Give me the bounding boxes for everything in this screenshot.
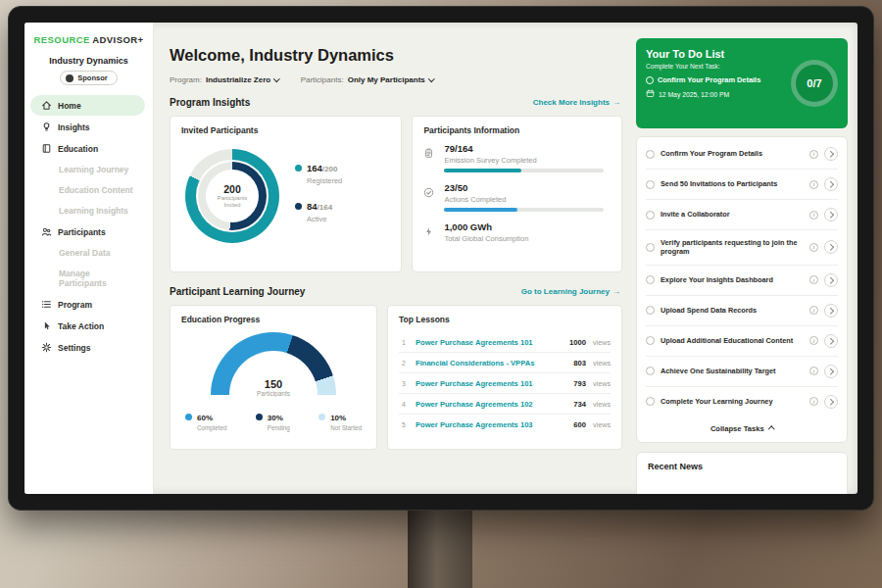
info-icon[interactable] — [809, 211, 818, 220]
app-logo: RESOURCE ADVISOR+ — [24, 34, 153, 45]
stat-actions-completed: 23/50 Actions Completed — [423, 182, 611, 212]
info-icon[interactable] — [809, 243, 818, 252]
task-checkbox[interactable] — [646, 306, 655, 315]
donut-center: 200 Participants Invited — [206, 170, 259, 222]
legend-item-registered: 164/200 Registered — [295, 158, 342, 185]
task-checkbox[interactable] — [646, 211, 655, 220]
task-go-button[interactable] — [824, 334, 838, 348]
lesson-link[interactable]: Power Purchase Agreements 101 — [416, 379, 566, 388]
lesson-row: 1 Power Purchase Agreements 101 1000 vie… — [399, 332, 611, 353]
task-row[interactable]: Confirm Your Program Details — [646, 139, 838, 170]
task-go-button[interactable] — [824, 395, 838, 409]
collapse-tasks-button[interactable]: Collapse Tasks — [646, 416, 838, 440]
task-go-button[interactable] — [824, 147, 838, 161]
progress-bar-track — [444, 169, 604, 172]
sidebar-item-education[interactable]: Education — [30, 138, 145, 159]
legend-label: Completed — [197, 424, 226, 431]
legend-dot-teal — [295, 165, 302, 172]
task-checkbox[interactable] — [646, 150, 655, 159]
task-go-button[interactable] — [824, 365, 838, 378]
info-icon[interactable] — [809, 397, 818, 406]
check-more-insights-link[interactable]: Check More Insights → — [533, 98, 620, 107]
task-checkbox[interactable] — [646, 243, 655, 252]
invited-participants-card: Invited Participants 200 Participants In… — [170, 116, 402, 272]
task-checkbox[interactable] — [646, 180, 655, 189]
info-icon[interactable] — [809, 336, 818, 345]
lesson-link[interactable]: Power Purchase Agreements 101 — [416, 338, 563, 347]
sidebar-item-learning-insights[interactable]: Learning Insights — [30, 201, 145, 220]
info-icon[interactable] — [809, 150, 818, 159]
sidebar-item-participants[interactable]: Participants — [30, 221, 145, 242]
sidebar-item-program[interactable]: Program — [30, 294, 145, 315]
legend-item-active: 84/164 Active — [295, 196, 342, 223]
sidebar-item-insights[interactable]: Insights — [30, 117, 145, 137]
task-go-button[interactable] — [824, 240, 838, 254]
sidebar-item-manage-participants[interactable]: Manage Participants — [30, 264, 145, 293]
task-row[interactable]: Complete Your Learning Journey — [646, 387, 838, 416]
participants-select[interactable]: Only My Participants — [348, 75, 434, 84]
sidebar-item-take-action[interactable]: Take Action — [30, 316, 145, 336]
task-label: Upload Additional Educational Content — [661, 336, 804, 345]
chevron-right-icon — [827, 244, 833, 250]
task-checkbox[interactable] — [646, 275, 655, 284]
due-date: 12 May 2025, 12:00 PM — [659, 91, 729, 98]
program-select[interactable]: Industrialize Zero — [206, 75, 279, 84]
lightbulb-icon — [40, 122, 52, 132]
task-checkbox[interactable] — [646, 397, 655, 406]
chevron-down-icon — [428, 75, 434, 81]
lesson-views-unit: views — [593, 420, 611, 429]
task-row[interactable]: Upload Spend Data Records — [646, 296, 838, 326]
sidebar-item-label: Learning Journey — [59, 165, 128, 174]
sidebar-item-learning-journey[interactable]: Learning Journey — [30, 160, 145, 179]
sidebar-item-education-content[interactable]: Education Content — [30, 180, 145, 200]
info-icon[interactable] — [809, 306, 818, 315]
filter-bar: Program: Industrialize Zero Participants… — [170, 75, 622, 84]
learning-cards-row: Education Progress 150 Participants 60% … — [170, 305, 622, 450]
task-row[interactable]: Invite a Collaborator — [646, 200, 838, 230]
arrow-right-icon: → — [612, 287, 620, 296]
legend-total: /164 — [318, 203, 333, 212]
info-icon[interactable] — [809, 275, 818, 284]
task-go-button[interactable] — [824, 273, 838, 287]
info-icon[interactable] — [809, 367, 818, 375]
sidebar-item-general-data[interactable]: General Data — [30, 243, 145, 263]
sidebar-item-settings[interactable]: Settings — [30, 337, 145, 358]
task-row[interactable]: Achieve One Sustainability Target — [646, 357, 838, 387]
sidebar-item-home[interactable]: Home — [30, 95, 145, 116]
task-checkbox[interactable] — [646, 336, 655, 345]
stat-label: Total Global Consumption — [444, 234, 611, 243]
education-gauge: 150 Participants — [211, 332, 336, 397]
sidebar-item-label: Learning Insights — [59, 206, 128, 216]
people-icon — [40, 226, 52, 237]
todo-progress-ring: 0/7 — [791, 60, 838, 107]
lesson-rank: 5 — [399, 421, 409, 428]
task-label: Complete Your Learning Journey — [661, 397, 804, 406]
lesson-link[interactable]: Power Purchase Agreements 103 — [416, 420, 566, 429]
sidebar-item-label: General Data — [59, 248, 110, 258]
task-label: Confirm Your Program Details — [661, 149, 804, 158]
info-icon[interactable] — [809, 180, 818, 189]
lesson-link[interactable]: Power Purchase Agreements 102 — [416, 400, 566, 409]
gauge-center-label: Participants — [211, 390, 336, 397]
sidebar-item-label: Take Action — [58, 321, 104, 331]
check-icon — [423, 182, 436, 212]
go-to-learning-journey-link[interactable]: Go to Learning Journey → — [521, 287, 620, 296]
task-go-button[interactable] — [824, 208, 838, 221]
task-go-button[interactable] — [824, 304, 838, 318]
section-title: Participant Learning Journey — [170, 286, 305, 297]
logo-text-primary: RESOURCE — [34, 34, 90, 45]
task-checkbox[interactable] — [646, 367, 655, 375]
task-go-button[interactable] — [824, 177, 838, 191]
lesson-link[interactable]: Financial Considerations - VPPAs — [416, 359, 566, 368]
stat-label: Emission Survey Completed — [444, 156, 611, 165]
sidebar-item-label: Manage Participants — [59, 269, 135, 288]
gauge-center-value: 150 — [211, 378, 336, 390]
task-row[interactable]: Send 50 Invitations to Participants — [646, 170, 838, 200]
task-row[interactable]: Verify participants requesting to join t… — [646, 230, 838, 266]
task-row[interactable]: Upload Additional Educational Content — [646, 326, 838, 357]
next-task-checkbox[interactable] — [646, 76, 654, 84]
task-label: Verify participants requesting to join t… — [661, 238, 804, 257]
learning-journey-header: Participant Learning Journey Go to Learn… — [170, 286, 620, 297]
task-row[interactable]: Explore Your Insights Dashboard — [646, 266, 838, 296]
insights-cards-row: Invited Participants 200 Participants In… — [170, 116, 622, 272]
